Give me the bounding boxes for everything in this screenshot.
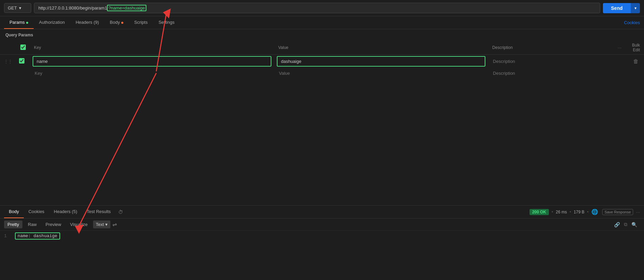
method-label: GET <box>8 5 17 11</box>
response-section: Body Cookies Headers (5) Test Results ⏱ … <box>0 205 644 280</box>
url-bar: GET ▾ http://127.0.0.1:8080/begin/param1… <box>0 0 644 16</box>
url-highlighted-part: ?name=dashuaige <box>107 5 146 11</box>
method-chevron-icon: ▾ <box>19 5 21 11</box>
response-bottom-icons: 🔗 ⧉ 🔍 <box>614 222 640 227</box>
tab-settings[interactable]: Settings <box>153 16 180 29</box>
tab-authorization[interactable]: Authorization <box>34 16 70 29</box>
params-table: Key Value Description ··· Bulk Edit ⋮⋮ <box>0 41 644 78</box>
code-output: 1 name: dashuaige <box>0 231 644 241</box>
copy-icon[interactable]: ⧉ <box>624 222 627 227</box>
response-tab-headers[interactable]: Headers (5) <box>49 206 82 218</box>
format-type-dropdown[interactable]: Text ▾ <box>93 221 110 228</box>
query-params-label: Query Params <box>0 29 644 41</box>
param-row-1-key-input[interactable] <box>35 57 269 65</box>
tab-scripts[interactable]: Scripts <box>129 16 153 29</box>
status-badge: 200 OK <box>530 209 549 215</box>
send-dropdown-button[interactable]: ▾ <box>631 3 640 13</box>
param-row-1-delete-button[interactable]: 🗑 <box>630 58 641 64</box>
save-response-button[interactable]: Save Response <box>602 209 633 215</box>
format-tab-raw[interactable]: Raw <box>24 221 40 228</box>
format-tab-preview[interactable]: Preview <box>42 221 65 228</box>
response-status-bar: 200 OK • 26 ms • 179 B • 🌐 Save Response… <box>530 209 640 215</box>
request-tabs-left: Params Authorization Headers (9) Body Sc… <box>4 16 180 29</box>
tab-params[interactable]: Params <box>4 16 34 29</box>
history-icon[interactable]: ⏱ <box>115 206 126 218</box>
new-param-desc-input[interactable] <box>491 69 609 77</box>
send-button[interactable]: Send <box>603 3 631 13</box>
response-more-icon[interactable]: ··· <box>636 209 640 215</box>
format-tab-visualize[interactable]: Visualize <box>67 221 91 228</box>
col-header-key: Key <box>30 41 274 55</box>
search-response-icon[interactable]: 🔍 <box>631 222 637 227</box>
svg-line-3 <box>78 73 156 228</box>
response-tab-test-results[interactable]: Test Results <box>82 206 115 218</box>
response-time: 26 ms <box>556 210 567 214</box>
globe-icon[interactable]: 🌐 <box>591 209 598 215</box>
bulk-edit-button[interactable]: Bulk Edit <box>632 43 640 52</box>
col-header-value: Value <box>274 41 488 55</box>
code-line-1-content: name: dashuaige <box>15 232 60 240</box>
param-row-1-desc-input[interactable] <box>491 57 609 65</box>
url-normal-part: http://127.0.0.1:8080/begin/param1 <box>38 5 107 11</box>
response-header: Body Cookies Headers (5) Test Results ⏱ … <box>0 206 644 218</box>
param-new-row <box>0 68 644 78</box>
wrap-icon[interactable]: ⇌ <box>112 221 117 228</box>
tab-body[interactable]: Body <box>104 16 129 29</box>
params-dot <box>26 22 28 24</box>
send-button-group: Send ▾ <box>603 3 640 13</box>
param-row-1-key-cell <box>33 56 271 67</box>
col-header-description: Description <box>488 41 611 55</box>
cookies-link[interactable]: Cookies <box>624 20 640 25</box>
ellipsis-icon: ··· <box>615 45 624 50</box>
param-row-1-value-input[interactable] <box>279 57 483 65</box>
new-param-key-input[interactable] <box>33 69 271 77</box>
response-size: 179 B <box>574 210 584 214</box>
response-tabs: Body Cookies Headers (5) Test Results ⏱ <box>4 206 126 218</box>
body-dot <box>121 22 123 24</box>
param-row-1-checkbox[interactable] <box>19 58 24 64</box>
param-row-1-value-cell <box>277 56 485 67</box>
select-all-checkbox[interactable] <box>20 45 26 50</box>
response-tab-cookies[interactable]: Cookies <box>24 206 49 218</box>
format-tab-pretty[interactable]: Pretty <box>4 221 22 228</box>
method-dropdown[interactable]: GET ▾ <box>4 3 31 13</box>
request-tabs-bar: Params Authorization Headers (9) Body Sc… <box>0 16 644 29</box>
tab-headers[interactable]: Headers (9) <box>70 16 105 29</box>
response-tab-body[interactable]: Body <box>4 206 24 218</box>
url-input[interactable]: http://127.0.0.1:8080/begin/param1?name=… <box>34 3 600 13</box>
new-param-value-input[interactable] <box>277 69 485 77</box>
drag-handle-icon[interactable]: ⋮⋮ <box>3 59 14 64</box>
link-icon[interactable]: 🔗 <box>614 222 620 227</box>
format-bar: Pretty Raw Preview Visualize Text ▾ ⇌ 🔗 … <box>0 218 644 231</box>
line-number-1: 1 <box>4 233 7 239</box>
param-row-1: ⋮⋮ <box>0 55 644 68</box>
